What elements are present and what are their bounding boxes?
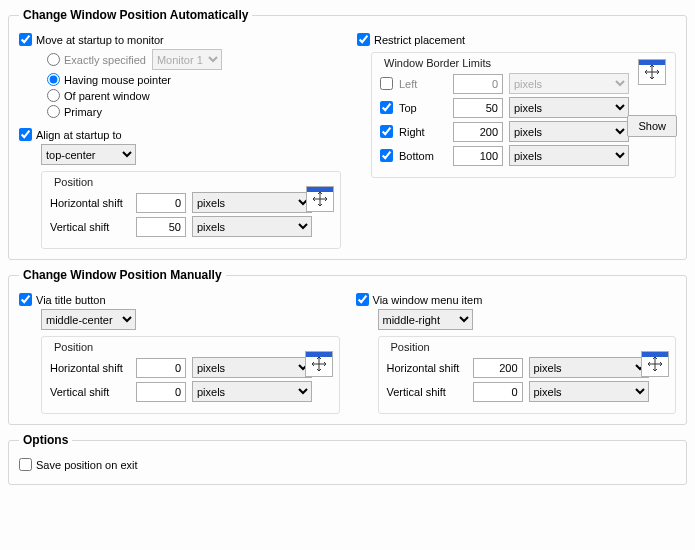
vshift-input-l[interactable] xyxy=(136,382,186,402)
auto-legend: Change Window Position Automatically xyxy=(19,8,252,22)
show-button[interactable]: Show xyxy=(627,115,677,137)
hshift-unit-auto[interactable]: pixels xyxy=(192,192,312,213)
move-startup-checkbox[interactable] xyxy=(19,33,32,46)
top-label: Top xyxy=(399,102,447,114)
vshift-unit-auto[interactable]: pixels xyxy=(192,216,312,237)
left-input[interactable] xyxy=(453,74,503,94)
manual-legend: Change Window Position Manually xyxy=(19,268,226,282)
mouse-label: Having mouse pointer xyxy=(64,74,171,86)
auto-position-section: Change Window Position Automatically Mov… xyxy=(8,8,687,260)
hshift-input-auto[interactable] xyxy=(136,193,186,213)
vshift-label-auto: Vertical shift xyxy=(50,221,130,233)
exactly-label: Exactly specified xyxy=(64,54,146,66)
bottom-check[interactable] xyxy=(380,149,393,162)
titlebtn-label: Via title button xyxy=(36,294,106,306)
bottom-input[interactable] xyxy=(453,146,503,166)
move-icon[interactable] xyxy=(305,351,333,377)
left-label: Left xyxy=(399,78,447,90)
vshift-label-l: Vertical shift xyxy=(50,386,130,398)
restrict-label: Restrict placement xyxy=(374,34,465,46)
right-check[interactable] xyxy=(380,125,393,138)
restrict-check[interactable]: Restrict placement xyxy=(357,33,465,46)
hshift-label-r: Horizontal shift xyxy=(387,362,467,374)
primary-radio-row[interactable]: Primary xyxy=(47,105,102,118)
save-position-checkbox[interactable] xyxy=(19,458,32,471)
exactly-radio-row[interactable]: Exactly specified xyxy=(47,53,146,66)
hshift-input-l[interactable] xyxy=(136,358,186,378)
parent-radio[interactable] xyxy=(47,89,60,102)
hshift-unit-l[interactable]: pixels xyxy=(192,357,312,378)
vshift-input-r[interactable] xyxy=(473,382,523,402)
mouse-radio-row[interactable]: Having mouse pointer xyxy=(47,73,171,86)
border-limits-title: Window Border Limits xyxy=(384,57,667,69)
vshift-input-auto[interactable] xyxy=(136,217,186,237)
titlebtn-align[interactable]: middle-center xyxy=(41,309,136,330)
titlebtn-checkbox[interactable] xyxy=(19,293,32,306)
move-startup-check[interactable]: Move at startup to monitor xyxy=(19,33,164,46)
move-icon[interactable] xyxy=(306,186,334,212)
primary-radio[interactable] xyxy=(47,105,60,118)
position-title-right: Position xyxy=(391,341,668,353)
vshift-label-r: Vertical shift xyxy=(387,386,467,398)
left-unit[interactable]: pixels xyxy=(509,73,629,94)
align-startup-label: Align at startup to xyxy=(36,129,122,141)
bottom-unit[interactable]: pixels xyxy=(509,145,629,166)
monitor-select[interactable]: Monitor 1 xyxy=(152,49,222,70)
left-check[interactable] xyxy=(380,77,393,90)
hshift-unit-r[interactable]: pixels xyxy=(529,357,649,378)
move-startup-label: Move at startup to monitor xyxy=(36,34,164,46)
right-label: Right xyxy=(399,126,447,138)
vshift-unit-r[interactable]: pixels xyxy=(529,381,649,402)
titlebtn-check[interactable]: Via title button xyxy=(19,293,106,306)
align-startup-checkbox[interactable] xyxy=(19,128,32,141)
exactly-radio[interactable] xyxy=(47,53,60,66)
top-unit[interactable]: pixels xyxy=(509,97,629,118)
manual-position-section: Change Window Position Manually Via titl… xyxy=(8,268,687,425)
align-select[interactable]: top-center xyxy=(41,144,136,165)
move-icon[interactable] xyxy=(638,59,666,85)
right-unit[interactable]: pixels xyxy=(509,121,629,142)
position-title-auto: Position xyxy=(54,176,332,188)
top-input[interactable] xyxy=(453,98,503,118)
move-icon[interactable] xyxy=(641,351,669,377)
menuitem-checkbox[interactable] xyxy=(356,293,369,306)
vshift-unit-l[interactable]: pixels xyxy=(192,381,312,402)
hshift-label-auto: Horizontal shift xyxy=(50,197,130,209)
right-input[interactable] xyxy=(453,122,503,142)
parent-label: Of parent window xyxy=(64,90,150,102)
parent-radio-row[interactable]: Of parent window xyxy=(47,89,150,102)
menuitem-align[interactable]: middle-right xyxy=(378,309,473,330)
position-title-left: Position xyxy=(54,341,331,353)
restrict-checkbox[interactable] xyxy=(357,33,370,46)
hshift-input-r[interactable] xyxy=(473,358,523,378)
bottom-label: Bottom xyxy=(399,150,447,162)
save-position-label: Save position on exit xyxy=(36,459,138,471)
hshift-label-l: Horizontal shift xyxy=(50,362,130,374)
menuitem-check[interactable]: Via window menu item xyxy=(356,293,483,306)
save-position-check[interactable]: Save position on exit xyxy=(19,458,138,471)
menuitem-label: Via window menu item xyxy=(373,294,483,306)
mouse-radio[interactable] xyxy=(47,73,60,86)
options-legend: Options xyxy=(19,433,72,447)
top-check[interactable] xyxy=(380,101,393,114)
align-startup-check[interactable]: Align at startup to xyxy=(19,128,122,141)
primary-label: Primary xyxy=(64,106,102,118)
options-section: Options Save position on exit xyxy=(8,433,687,485)
